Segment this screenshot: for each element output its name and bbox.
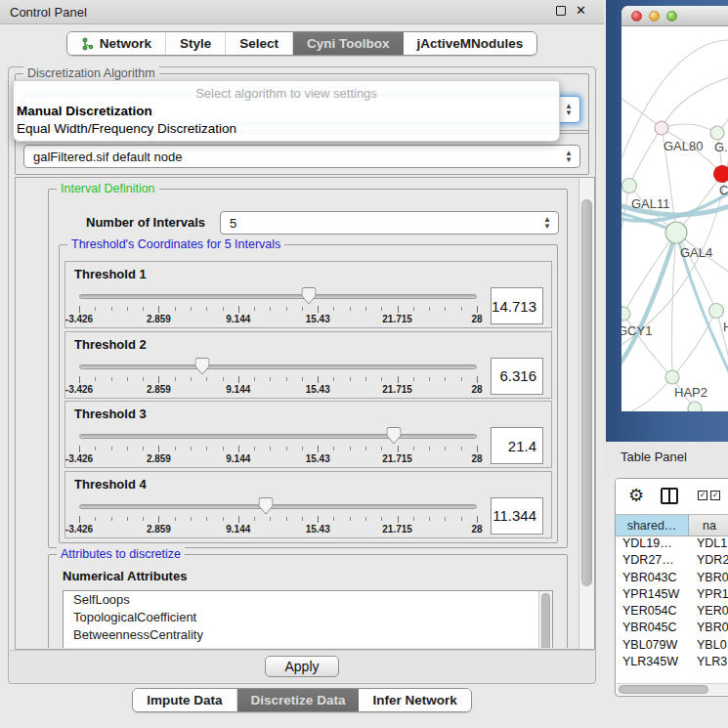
table-row[interactable]: YER054CYER0: [616, 604, 728, 621]
table-row[interactable]: YBL079WYBL0: [616, 638, 728, 655]
threshold-value-field[interactable]: 21.4: [491, 427, 543, 464]
attributes-list[interactable]: SelfLoopsTopologicalCoefficientBetweenne…: [63, 590, 553, 648]
table-data-combobox[interactable]: galFiltered.sif default node ▲▼: [23, 145, 580, 168]
tick-mark: [398, 376, 399, 383]
tick-mark: [127, 517, 128, 521]
network-node-gal80[interactable]: [655, 121, 668, 135]
slider-thumb[interactable]: [386, 427, 401, 445]
table-horizontal-scrollbar[interactable]: [617, 683, 728, 695]
threshold-slider[interactable]: -3.4262.8599.14415.4321.71528: [79, 425, 477, 466]
network-node-c[interactable]: [714, 166, 728, 183]
threshold-slider[interactable]: -3.4262.8599.14415.4321.71528: [79, 495, 477, 536]
threshold-slider[interactable]: -3.4262.8599.14415.4321.71528: [79, 285, 477, 326]
network-edge[interactable]: [629, 128, 662, 186]
network-edge[interactable]: [621, 186, 629, 266]
tick-mark: [350, 307, 351, 311]
table-row[interactable]: YBR045CYBR0: [616, 621, 728, 637]
network-edge[interactable]: [662, 77, 728, 128]
tick-mark: [381, 517, 382, 521]
network-edge[interactable]: [672, 311, 716, 377]
slider-thumb[interactable]: [259, 497, 274, 515]
network-node-gal11[interactable]: [622, 179, 637, 193]
table-row[interactable]: YDR27…YDR2: [616, 553, 728, 570]
checkbox-icon[interactable]: ✓: [698, 491, 707, 500]
tick-mark: [206, 377, 207, 381]
slider-thumb[interactable]: [301, 287, 316, 305]
tick-mark: [365, 517, 366, 521]
columns-icon[interactable]: [661, 488, 678, 504]
threshold-panel-4: Threshold 4-3.4262.8599.14415.4321.71528…: [64, 471, 552, 538]
tick-mark: [318, 306, 319, 313]
threshold-slider[interactable]: -3.4262.8599.14415.4321.71528: [79, 356, 477, 397]
tick-label: 9.144: [226, 384, 250, 395]
table-row[interactable]: YIL052CYIL0: [616, 671, 728, 672]
tick-mark: [191, 307, 192, 311]
network-node-gcy1[interactable]: [621, 307, 630, 321]
column-header-name[interactable]: na: [689, 515, 728, 535]
tick-mark: [413, 517, 414, 521]
tick-mark: [286, 517, 287, 521]
attribute-list-item[interactable]: BetweennessCentrality: [64, 626, 552, 644]
dropdown-item-manual-discretization[interactable]: Manual Discretization: [14, 103, 559, 120]
tick-mark: [191, 447, 192, 450]
tab-impute-data[interactable]: Impute Data: [133, 689, 236, 711]
num-intervals-combobox[interactable]: 5 ▲▼: [220, 211, 559, 235]
tab-network[interactable]: Network: [67, 32, 166, 55]
tick-mark: [206, 517, 207, 521]
table-row[interactable]: YLR345WYLR3: [616, 655, 728, 671]
slider-thumb[interactable]: [195, 358, 210, 375]
network-canvas[interactable]: GAL80G.CGAL11GAL4GCY1HHAP2: [621, 26, 728, 411]
network-node-h[interactable]: [709, 304, 724, 319]
attributes-list-scrollbar[interactable]: [538, 591, 552, 648]
float-window-icon[interactable]: [556, 6, 566, 16]
network-node-gal4[interactable]: [665, 222, 687, 243]
apply-strip: Apply: [10, 650, 594, 682]
tab-jactivemnodules[interactable]: jActiveMNodules: [404, 32, 537, 55]
checkbox-icon[interactable]: ✓: [710, 491, 720, 500]
threshold-value-field[interactable]: 6.316: [491, 358, 543, 395]
network-edge[interactable]: [621, 95, 662, 128]
table-row[interactable]: YDL19…YDL1: [616, 536, 728, 553]
mac-close-icon[interactable]: [631, 11, 642, 21]
select-columns-icons[interactable]: ✓ ✓: [698, 491, 720, 500]
tab-discretize-data[interactable]: Discretize Data: [237, 689, 360, 711]
table-row[interactable]: YPR145WYPR1: [616, 587, 728, 604]
tick-mark: [158, 306, 159, 313]
network-edge[interactable]: [672, 233, 677, 377]
network-edge[interactable]: [631, 377, 672, 411]
cell-shared-name: YER054C: [616, 604, 689, 621]
dropdown-item-equal-width-frequency[interactable]: Equal Width/Frequency Discretization: [14, 120, 559, 138]
table-row[interactable]: YBR043CYBR0: [616, 571, 728, 587]
network-edge[interactable]: [662, 124, 717, 133]
tick-mark: [238, 446, 239, 452]
tick-label: 28: [471, 314, 482, 324]
cell-name: YBL0: [689, 638, 728, 655]
network-icon: [81, 37, 94, 51]
apply-button[interactable]: Apply: [265, 656, 338, 677]
tick-mark: [302, 377, 303, 381]
tab-infer-network[interactable]: Infer Network: [359, 689, 470, 711]
num-intervals-label: Number of Intervals: [86, 215, 205, 230]
gear-icon[interactable]: ⚙: [628, 487, 644, 504]
column-header-shared-name[interactable]: shared…: [616, 515, 689, 535]
tab-cyni-toolbox[interactable]: Cyni Toolbox: [293, 32, 404, 55]
threshold-value-field[interactable]: 14.713: [491, 287, 543, 324]
tab-label: Style: [180, 36, 211, 51]
tick-mark: [127, 447, 128, 450]
network-node[interactable]: [688, 402, 702, 411]
attribute-list-item[interactable]: SelfLoops: [64, 591, 552, 609]
network-node-hap2[interactable]: [665, 370, 679, 384]
attribute-list-item[interactable]: TopologicalCoefficient: [64, 609, 552, 626]
close-icon[interactable]: ✕: [576, 5, 586, 17]
settings-vertical-scrollbar[interactable]: [578, 178, 594, 649]
tick-label: 9.144: [226, 453, 250, 464]
network-edge[interactable]: [676, 233, 716, 311]
tab-select[interactable]: Select: [226, 32, 293, 55]
threshold-value-field[interactable]: 11.344: [491, 497, 543, 535]
dropdown-prompt: Select algorithm to view settings: [14, 81, 559, 103]
tab-style[interactable]: Style: [166, 32, 226, 55]
network-node-g-[interactable]: [710, 126, 724, 140]
tick-mark: [127, 307, 128, 311]
mac-zoom-icon[interactable]: [666, 11, 677, 21]
mac-minimize-icon[interactable]: [649, 11, 660, 21]
